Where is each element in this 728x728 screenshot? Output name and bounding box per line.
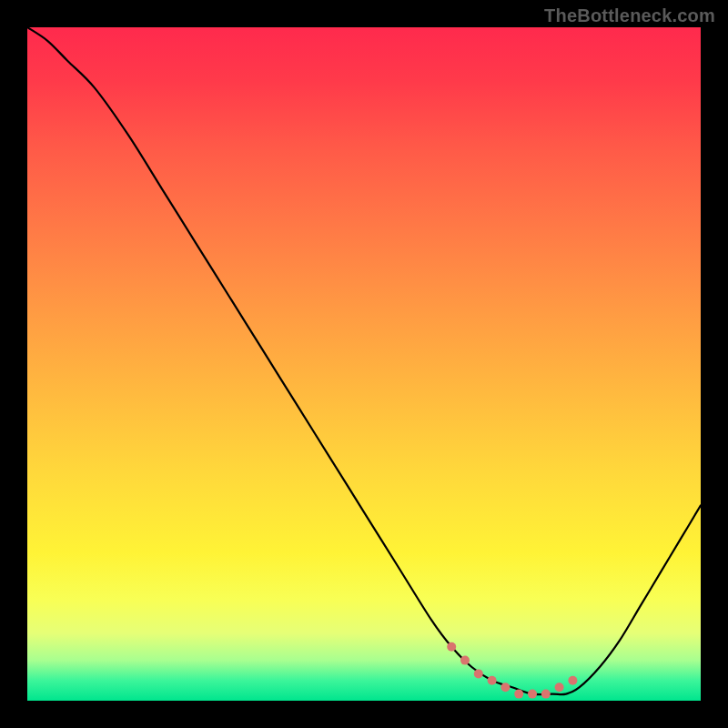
valley-dot (474, 669, 483, 678)
valley-dot (500, 682, 510, 692)
valley-dot (541, 690, 551, 699)
bottleneck-curve (27, 27, 701, 694)
valley-dot (514, 690, 523, 699)
chart-plot-area (27, 27, 701, 701)
valley-dot (568, 676, 577, 685)
valley-marker-dots (447, 642, 577, 699)
valley-dot (528, 690, 537, 699)
valley-dot (555, 682, 564, 692)
valley-dot (460, 656, 470, 665)
valley-dot (447, 642, 456, 652)
chart-curve-svg (27, 27, 701, 701)
watermark-text: TheBottleneck.com (544, 5, 715, 26)
valley-dot (488, 676, 497, 685)
